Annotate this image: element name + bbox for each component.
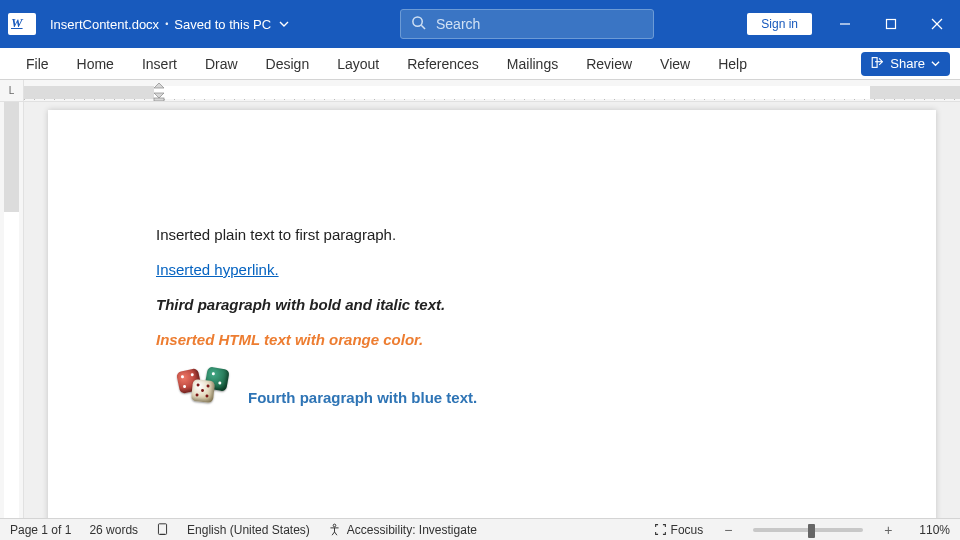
paragraph-blue-text: Fourth paragraph with blue text. (248, 389, 477, 406)
titlebar-right-cluster: Sign in (747, 0, 960, 48)
svg-rect-6 (873, 57, 878, 67)
tab-help[interactable]: Help (708, 50, 757, 78)
svg-rect-3 (887, 20, 896, 29)
share-label: Share (890, 56, 925, 71)
document-title-area[interactable]: InsertContent.docx • Saved to this PC (50, 17, 289, 32)
hyperlink-text[interactable]: Inserted hyperlink. (156, 261, 279, 278)
horizontal-ruler-row: L (0, 80, 960, 102)
status-word-count-label: 26 words (89, 523, 138, 537)
tab-mailings[interactable]: Mailings (497, 50, 568, 78)
proofing-icon (156, 523, 169, 536)
sign-in-label: Sign in (761, 17, 798, 31)
search-icon (411, 15, 426, 33)
svg-marker-8 (154, 93, 164, 98)
tab-view[interactable]: View (650, 50, 700, 78)
paragraph-plain[interactable]: Inserted plain text to first paragraph. (156, 226, 906, 243)
paragraph-orange-text: Inserted HTML text with orange color. (156, 331, 423, 348)
ribbon-tabs: File Home Insert Draw Design Layout Refe… (0, 48, 960, 80)
titlebar: W InsertContent.docx • Saved to this PC … (0, 0, 960, 48)
tab-design[interactable]: Design (256, 50, 320, 78)
window-maximize-button[interactable] (868, 0, 914, 48)
tab-home[interactable]: Home (67, 50, 124, 78)
save-state-label: Saved to this PC (174, 17, 271, 32)
paragraph-bold-italic-text: Third paragraph with bold and italic tex… (156, 296, 445, 313)
zoom-level[interactable]: 110% (919, 523, 950, 537)
svg-line-1 (421, 25, 425, 29)
document-page[interactable]: Inserted plain text to first paragraph. … (48, 110, 936, 518)
accessibility-icon (328, 523, 341, 536)
chevron-down-icon (931, 56, 940, 71)
document-workspace: Inserted plain text to first paragraph. … (0, 102, 960, 518)
dice-image-icon[interactable] (176, 366, 230, 406)
paragraph-hyperlink[interactable]: Inserted hyperlink. (156, 261, 906, 278)
status-accessibility[interactable]: Accessibility: Investigate (328, 523, 477, 537)
tab-references[interactable]: References (397, 50, 489, 78)
svg-point-0 (413, 17, 422, 26)
focus-icon (654, 523, 667, 536)
focus-label: Focus (671, 523, 704, 537)
page-content: Inserted plain text to first paragraph. … (48, 110, 936, 406)
tab-draw[interactable]: Draw (195, 50, 248, 78)
tab-review[interactable]: Review (576, 50, 642, 78)
svg-rect-10 (159, 524, 167, 535)
paragraph-plain-text: Inserted plain text to first paragraph. (156, 226, 396, 243)
search-box[interactable]: Search (400, 9, 654, 39)
status-bar: Page 1 of 1 26 words English (United Sta… (0, 518, 960, 540)
status-language[interactable]: English (United States) (187, 523, 310, 537)
document-filename: InsertContent.docx (50, 17, 159, 32)
word-app-icon: W (8, 13, 36, 35)
status-page[interactable]: Page 1 of 1 (10, 523, 71, 537)
tab-file[interactable]: File (16, 50, 59, 78)
vertical-ruler[interactable] (0, 102, 24, 518)
tab-selector[interactable]: L (0, 80, 24, 101)
status-word-count[interactable]: 26 words (89, 523, 138, 537)
zoom-level-label: 110% (919, 523, 950, 537)
svg-point-11 (333, 524, 336, 527)
share-button[interactable]: Share (861, 52, 950, 76)
focus-mode-button[interactable]: Focus (654, 523, 704, 537)
sign-in-button[interactable]: Sign in (747, 13, 812, 35)
status-accessibility-label: Accessibility: Investigate (347, 523, 477, 537)
tab-layout[interactable]: Layout (327, 50, 389, 78)
zoom-slider[interactable] (753, 528, 863, 532)
zoom-in-button[interactable]: + (881, 523, 895, 537)
share-icon (871, 56, 884, 72)
status-proofing[interactable] (156, 523, 169, 536)
svg-marker-7 (154, 83, 164, 88)
window-close-button[interactable] (914, 0, 960, 48)
separator-dot: • (165, 19, 168, 29)
paragraph-html-orange[interactable]: Inserted HTML text with orange color. (156, 331, 906, 348)
chevron-down-icon[interactable] (279, 17, 289, 32)
window-minimize-button[interactable] (822, 0, 868, 48)
paragraph-bold-italic[interactable]: Third paragraph with bold and italic tex… (156, 296, 906, 313)
zoom-out-button[interactable]: − (721, 523, 735, 537)
svg-rect-9 (154, 98, 164, 101)
status-language-label: English (United States) (187, 523, 310, 537)
tab-insert[interactable]: Insert (132, 50, 187, 78)
horizontal-ruler[interactable] (24, 80, 960, 101)
paragraph-with-image[interactable]: Fourth paragraph with blue text. (156, 366, 906, 406)
indent-marker-icon[interactable] (152, 81, 166, 101)
search-placeholder: Search (436, 16, 480, 32)
status-page-label: Page 1 of 1 (10, 523, 71, 537)
tab-selector-label: L (9, 85, 15, 96)
